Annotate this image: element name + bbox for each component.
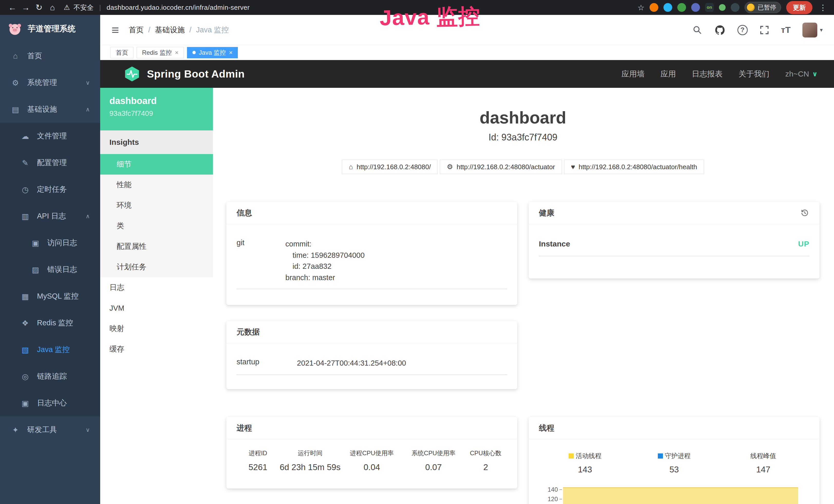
legend-label: 活动线程 — [576, 452, 601, 460]
tab-home[interactable]: 首页 — [110, 47, 134, 58]
paused-profile-badge[interactable]: 已暂停 — [745, 2, 781, 13]
sba-body: dashboard 93a3fc7f7409 Insights 细节 性能 环境… — [100, 88, 834, 504]
sidebar-item-label: 访问日志 — [47, 238, 77, 248]
help-icon[interactable]: ? — [738, 25, 748, 35]
health-row-instance: Instance UP — [539, 239, 809, 256]
threads-card-title: 线程 — [529, 417, 820, 439]
sidebar-item-infrastructure[interactable]: ▤ 基础设施 ∧ — [0, 96, 100, 123]
search-icon[interactable] — [692, 25, 702, 35]
sidebar-item-access-logs[interactable]: ▣ 访问日志 — [0, 230, 100, 256]
security-label[interactable]: 不安全 — [73, 3, 93, 12]
sba-group-logs[interactable]: 日志 — [100, 277, 213, 298]
hamburger-icon[interactable]: ≡ — [111, 23, 119, 38]
health-url-button[interactable]: ♥ http://192.168.0.2:48080/actuator/heal… — [564, 160, 704, 174]
browser-home-icon[interactable]: ⌂ — [46, 1, 59, 14]
sba-nav-wallboard[interactable]: 应用墙 — [621, 69, 644, 79]
close-icon[interactable]: × — [175, 49, 178, 56]
sba-brand-title[interactable]: Spring Boot Admin — [147, 68, 244, 80]
legend-swatch-blue — [658, 453, 663, 459]
sidebar-item-tracing[interactable]: ◎ 链路追踪 — [0, 363, 100, 390]
insights-section-title: Insights — [100, 131, 213, 154]
cloud-icon: ☁ — [20, 132, 30, 141]
app-logo-row[interactable]: 芋道管理系统 — [0, 15, 100, 43]
tab-label: Redis 监控 — [142, 48, 172, 57]
browser-forward-icon[interactable]: → — [19, 1, 32, 14]
actuator-url-button[interactable]: ⚙ http://192.168.0.2:48080/actuator — [440, 160, 562, 174]
close-icon[interactable]: × — [229, 49, 233, 56]
browser-extension-on-icon[interactable]: on — [705, 3, 714, 12]
live-threads-area — [563, 487, 798, 504]
sidebar-item-log-center[interactable]: ▣ 日志中心 — [0, 390, 100, 416]
chart-plot-area — [563, 484, 808, 504]
process-col-system-cpu: 系统CPU使用率 0.07 — [403, 449, 464, 472]
column-header: 进程CPU使用率 — [341, 449, 402, 457]
sidebar-item-system-management[interactable]: ⚙ 系统管理 ∨ — [0, 69, 100, 96]
sidebar-item-scheduled-jobs[interactable]: ◷ 定时任务 — [0, 176, 100, 203]
fullscreen-icon[interactable] — [760, 25, 769, 35]
tab-redis-monitor[interactable]: Redis 监控 × — [137, 47, 184, 58]
sba-group-caches[interactable]: 缓存 — [100, 339, 213, 360]
browser-extension-icon[interactable] — [719, 4, 726, 11]
browser-extension-icon[interactable] — [691, 3, 700, 12]
url-text[interactable]: dashboard.yudao.iocoder.cn/infra/admin-s… — [107, 4, 250, 12]
user-menu[interactable]: ▾ — [803, 23, 823, 38]
sba-tab-metrics[interactable]: 性能 — [100, 175, 213, 195]
sidebar-item-config-management[interactable]: ✎ 配置管理 — [0, 150, 100, 176]
instance-header[interactable]: dashboard 93a3fc7f7409 — [100, 88, 213, 131]
legend-swatch-yellow — [569, 453, 574, 459]
font-size-icon[interactable]: тT — [781, 25, 791, 35]
sba-group-mappings[interactable]: 映射 — [100, 318, 213, 339]
sidebar-item-label: 首页 — [27, 51, 42, 61]
browser-update-button[interactable]: 更新 — [786, 1, 812, 14]
sidebar-item-redis-monitor[interactable]: ❖ Redis 监控 — [0, 310, 100, 336]
github-icon[interactable] — [714, 24, 726, 36]
sba-nav-applications[interactable]: 应用 — [660, 69, 676, 79]
log-icon: ▥ — [20, 212, 30, 221]
cards-column-right: 健康 Inst — [529, 202, 820, 504]
tab-java-monitor[interactable]: Java 监控 × — [187, 47, 238, 58]
sba-tab-scheduled-tasks[interactable]: 计划任务 — [100, 257, 213, 277]
browser-reload-icon[interactable]: ↻ — [32, 1, 46, 14]
breadcrumb-home[interactable]: 首页 — [129, 25, 144, 35]
service-url-button[interactable]: ⌂ http://192.168.0.2:48080/ — [342, 160, 438, 174]
browser-extension-icon[interactable] — [731, 3, 740, 12]
metadata-card: 元数据 startup 2021-04-27T00:44:31.254+08:0… — [226, 321, 517, 389]
sba-nav-about[interactable]: 关于我们 — [739, 69, 769, 79]
address-bar[interactable]: ⚠ 不安全 | dashboard.yudao.iocoder.cn/infra… — [64, 3, 250, 12]
tick-mark — [559, 489, 562, 490]
security-warning-icon: ⚠ — [64, 3, 70, 12]
sba-header: Spring Boot Admin 应用墙 应用 日志报表 关于我们 zh~CN… — [100, 60, 834, 88]
sidebar-item-java-monitor[interactable]: ▧ Java 监控 — [0, 336, 100, 363]
sidebar-item-mysql-monitor[interactable]: ▦ MySQL 监控 — [0, 283, 100, 310]
clock-icon: ◷ — [20, 185, 30, 194]
browser-extension-icon[interactable] — [663, 3, 672, 12]
metadata-card-title: 元数据 — [226, 321, 517, 343]
browser-extension-icon[interactable] — [650, 3, 658, 12]
history-icon[interactable] — [800, 208, 809, 217]
sidebar-item-api-logs[interactable]: ▥ API 日志 ∧ — [0, 203, 100, 230]
sidebar-item-file-management[interactable]: ☁ 文件管理 — [0, 123, 100, 150]
avatar[interactable] — [803, 23, 817, 38]
sidebar-item-home[interactable]: ⌂ 首页 — [0, 43, 100, 69]
bookmark-star-icon[interactable]: ☆ — [637, 3, 644, 12]
sba-tab-details[interactable]: 细节 — [100, 154, 213, 175]
sba-tab-config-props[interactable]: 配置属性 — [100, 236, 213, 257]
browser-extension-icon[interactable] — [677, 3, 686, 12]
info-card: 信息 git commit: time: 1596289704000 id: 2… — [226, 202, 517, 305]
sba-group-jvm[interactable]: JVM — [100, 298, 213, 318]
sba-tab-environment[interactable]: 环境 — [100, 195, 213, 216]
sidebar-item-dev-tools[interactable]: ✦ 研发工具 ∨ — [0, 416, 100, 443]
process-card: 进程 进程ID 5261 运行时间 6d 23h 15m 59s — [226, 417, 517, 488]
sidebar-item-error-logs[interactable]: ▨ 错误日志 — [0, 256, 100, 283]
home-icon: ⌂ — [10, 52, 21, 60]
sidebar-item-label: 日志中心 — [37, 398, 67, 408]
sba-nav-journal[interactable]: 日志报表 — [692, 69, 723, 79]
sba-locale-select[interactable]: zh~CN ∨ — [785, 70, 817, 78]
log-center-icon: ▣ — [20, 399, 30, 408]
breadcrumb-section[interactable]: 基础设施 — [155, 25, 185, 35]
sidebar-item-label: 研发工具 — [27, 425, 57, 435]
browser-menu-icon[interactable]: ⋮ — [817, 3, 828, 12]
sba-tab-classes[interactable]: 类 — [100, 216, 213, 236]
process-col-process-cpu: 进程CPU使用率 0.04 — [341, 449, 402, 472]
browser-back-icon[interactable]: ← — [6, 1, 19, 14]
